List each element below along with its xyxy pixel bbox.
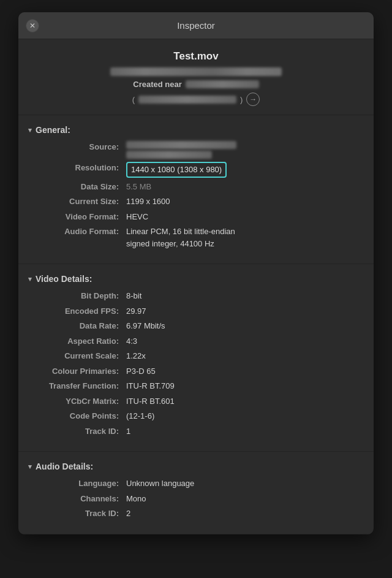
general-section: ▾ General: Source: Resolution: 1440 x 10… [18, 115, 374, 264]
audio-details-section: ▾ Audio Details: Language: Unknown langu… [18, 452, 374, 534]
source-value [126, 141, 364, 159]
data-rate-row: Data Rate: 6.97 Mbit/s [28, 320, 364, 332]
transfer-function-label: Transfer Function: [28, 380, 126, 392]
channels-value: Mono [126, 493, 364, 505]
data-size-value: 5.5 MB [126, 181, 364, 193]
general-chevron-icon: ▾ [28, 126, 32, 134]
language-row: Language: Unknown language [28, 477, 364, 490]
video-format-label: Video Format: [28, 211, 126, 223]
audio-format-row: Audio Format: Linear PCM, 16 bit little-… [28, 226, 364, 249]
current-scale-value: 1.22x [126, 350, 364, 362]
window-title: Inspector [177, 20, 215, 31]
close-button[interactable]: ✕ [26, 19, 39, 32]
created-near-row: Created near [33, 80, 359, 89]
bit-depth-value: 8-bit [126, 290, 364, 302]
video-track-id-row: Track ID: 1 [28, 425, 364, 438]
general-section-header[interactable]: ▾ General: [18, 121, 374, 140]
video-details-content: Bit Depth: 8-bit Encoded FPS: 29.97 Data… [18, 289, 374, 445]
audio-details-header[interactable]: ▾ Audio Details: [18, 458, 374, 476]
inspector-window: ✕ Inspector Test.mov Created near ( ) → … [18, 12, 374, 534]
current-scale-label: Current Scale: [28, 350, 126, 362]
location-row: ( ) → [33, 93, 359, 106]
current-size-row: Current Size: 1199 x 1600 [28, 196, 364, 208]
aspect-ratio-value: 4:3 [126, 335, 364, 348]
audio-track-id-label: Track ID: [28, 508, 126, 520]
audio-track-id-row: Track ID: 2 [28, 508, 364, 520]
aspect-ratio-label: Aspect Ratio: [28, 335, 126, 348]
audio-track-id-value: 2 [126, 508, 364, 520]
code-points-label: Code Points: [28, 410, 126, 422]
data-size-row: Data Size: 5.5 MB [28, 181, 364, 193]
current-size-label: Current Size: [28, 196, 126, 208]
location-paren-open: ( [132, 95, 135, 104]
aspect-ratio-row: Aspect Ratio: 4:3 [28, 335, 364, 348]
ycbcr-matrix-value: ITU-R BT.601 [126, 395, 364, 408]
current-scale-row: Current Scale: 1.22x [28, 350, 364, 362]
audio-format-value: Linear PCM, 16 bit little-endian signed … [126, 226, 364, 249]
resolution-highlight-box: 1440 x 1080 (1308 x 980) [126, 162, 227, 178]
created-near-label: Created near [133, 80, 181, 89]
channels-label: Channels: [28, 493, 126, 505]
source-blur-1 [126, 141, 236, 149]
transfer-function-row: Transfer Function: ITU-R BT.709 [28, 380, 364, 392]
audio-details-content: Language: Unknown language Channels: Mon… [18, 476, 374, 528]
language-label: Language: [28, 477, 126, 490]
general-section-label: General: [36, 125, 70, 135]
file-name: Test.mov [33, 50, 359, 63]
current-size-value: 1199 x 1600 [126, 196, 364, 208]
resolution-row: Resolution: 1440 x 1080 (1308 x 980) [28, 162, 364, 178]
resolution-label: Resolution: [28, 162, 126, 174]
encoded-fps-value: 29.97 [126, 305, 364, 318]
video-details-chevron-icon: ▾ [28, 275, 32, 283]
arrow-right-icon: → [249, 95, 257, 104]
colour-primaries-row: Colour Primaries: P3-D 65 [28, 365, 364, 378]
source-label: Source: [28, 141, 126, 153]
audio-details-label: Audio Details: [36, 462, 93, 471]
header-section: Test.mov Created near ( ) → [18, 39, 374, 115]
code-points-row: Code Points: (12-1-6) [28, 410, 364, 422]
navigate-arrow-button[interactable]: → [246, 93, 260, 106]
blurred-path-bar [110, 67, 282, 76]
video-details-label: Video Details: [36, 274, 92, 284]
data-rate-value: 6.97 Mbit/s [126, 320, 364, 332]
video-details-section: ▾ Video Details: Bit Depth: 8-bit Encode… [18, 264, 374, 452]
ycbcr-matrix-label: YCbCr Matrix: [28, 395, 126, 408]
data-size-label: Data Size: [28, 181, 126, 193]
channels-row: Channels: Mono [28, 493, 364, 505]
video-track-id-label: Track ID: [28, 425, 126, 438]
colour-primaries-label: Colour Primaries: [28, 365, 126, 378]
location-paren-close: ) [240, 95, 243, 104]
video-format-row: Video Format: HEVC [28, 211, 364, 223]
video-details-header[interactable]: ▾ Video Details: [18, 270, 374, 289]
resolution-value: 1440 x 1080 (1308 x 980) [126, 162, 364, 178]
source-row: Source: [28, 141, 364, 159]
video-format-value: HEVC [126, 211, 364, 223]
blurred-location-name [186, 80, 259, 88]
colour-primaries-value: P3-D 65 [126, 365, 364, 378]
bit-depth-label: Bit Depth: [28, 290, 126, 302]
audio-details-chevron-icon: ▾ [28, 463, 32, 471]
encoded-fps-row: Encoded FPS: 29.97 [28, 305, 364, 318]
ycbcr-matrix-row: YCbCr Matrix: ITU-R BT.601 [28, 395, 364, 408]
audio-format-label: Audio Format: [28, 226, 126, 238]
general-section-content: Source: Resolution: 1440 x 1080 (1308 x … [18, 140, 374, 257]
source-blur-2 [126, 151, 212, 159]
close-icon: ✕ [29, 21, 36, 30]
title-bar: ✕ Inspector [18, 12, 374, 39]
bit-depth-row: Bit Depth: 8-bit [28, 290, 364, 302]
data-rate-label: Data Rate: [28, 320, 126, 332]
transfer-function-value: ITU-R BT.709 [126, 380, 364, 392]
code-points-value: (12-1-6) [126, 410, 364, 422]
encoded-fps-label: Encoded FPS: [28, 305, 126, 318]
video-track-id-value: 1 [126, 425, 364, 438]
blurred-location-detail [138, 96, 236, 104]
language-value: Unknown language [126, 477, 364, 490]
